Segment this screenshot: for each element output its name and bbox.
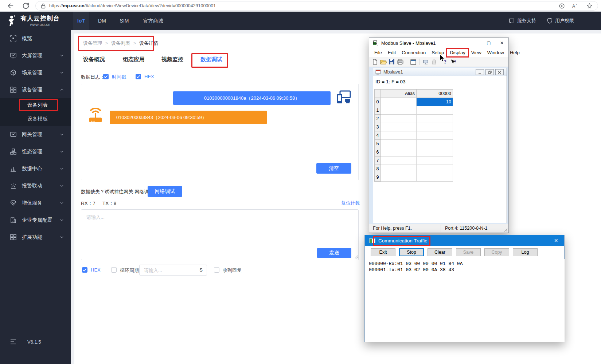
register-cell[interactable] xyxy=(417,165,453,173)
sidebar-item-scada-mgmt[interactable]: 组态管理 xyxy=(0,143,71,160)
sidebar-item-extensions[interactable]: 扩展功能 xyxy=(0,229,71,246)
stop-button[interactable]: Stop xyxy=(399,248,424,256)
address-bar[interactable]: https://mp.usr.cn/#/cloud/device/ViewDev… xyxy=(35,1,598,11)
alias-cell[interactable] xyxy=(381,115,417,123)
menu-help[interactable]: Help xyxy=(507,50,523,55)
alias-cell[interactable] xyxy=(381,140,417,148)
breadcrumb-device-mgmt[interactable]: 设备管理 xyxy=(83,40,102,47)
alias-cell[interactable] xyxy=(381,123,417,131)
sidebar-item-data-center[interactable]: 数据中心 xyxy=(0,160,71,177)
menu-display[interactable]: Display xyxy=(447,50,468,55)
nav-tab-sim[interactable]: SIM xyxy=(117,12,132,30)
cycle-checkbox[interactable] xyxy=(111,267,117,273)
doc-restore-button[interactable] xyxy=(485,69,494,75)
tab-device-overview[interactable]: 设备概况 xyxy=(83,56,105,63)
alias-cell[interactable] xyxy=(381,98,417,106)
hex-log-label[interactable]: HEX xyxy=(144,74,154,79)
sidebar-item-scene-mgmt[interactable]: 场景管理 xyxy=(0,64,71,81)
support-link[interactable]: 服务支持 xyxy=(509,17,536,24)
tracking-prevention-icon[interactable] xyxy=(559,3,565,9)
toolbar-context-help-icon[interactable]: ? xyxy=(450,59,457,65)
nav-tab-iot[interactable]: IoT xyxy=(73,12,89,30)
cycle-input[interactable] xyxy=(140,265,194,275)
copy-button[interactable]: Copy xyxy=(484,248,509,256)
register-cell[interactable] xyxy=(417,131,453,140)
register-cell[interactable] xyxy=(417,115,453,123)
toolbar-new-icon[interactable] xyxy=(372,59,378,65)
sidebar-item-device-list[interactable]: 设备列表 xyxy=(0,98,71,112)
maximize-button[interactable]: ▢ xyxy=(482,38,495,48)
sidebar-item-device-template[interactable]: 设备模板 xyxy=(0,112,71,126)
traffic-titlebar[interactable]: Communication Traffic ✕ xyxy=(365,235,564,246)
alias-cell[interactable] xyxy=(381,106,417,115)
resize-grip-icon[interactable] xyxy=(354,254,358,259)
doc-minimize-button[interactable] xyxy=(476,69,484,75)
close-button[interactable]: ✕ xyxy=(495,38,508,48)
timestamp-checkbox[interactable] xyxy=(103,74,109,79)
minimize-button[interactable]: – xyxy=(469,38,482,48)
hex-send-checkbox[interactable] xyxy=(82,267,87,273)
log-button[interactable]: Log xyxy=(513,248,538,256)
sidebar-item-screen-mgmt[interactable]: 大屏管理 xyxy=(0,47,71,64)
toolbar-connect-icon[interactable] xyxy=(423,59,429,65)
breadcrumb-device-list[interactable]: 设备列表 xyxy=(111,40,130,47)
send-button[interactable]: 发送 xyxy=(317,248,351,258)
cycle-label[interactable]: 循环周期 xyxy=(120,267,139,274)
nav-tab-mall[interactable]: 官方商城 xyxy=(139,12,167,30)
toolbar-display-icon[interactable] xyxy=(410,59,416,65)
doc-close-button[interactable] xyxy=(495,69,504,75)
toolbar-open-icon[interactable] xyxy=(380,59,387,65)
nav-tab-dm[interactable]: DM xyxy=(95,12,109,30)
menu-file[interactable]: File xyxy=(371,50,385,55)
collapse-sidebar-icon[interactable] xyxy=(10,339,16,344)
register-cell[interactable] xyxy=(417,157,453,165)
register-cell-selected[interactable]: 10 xyxy=(417,98,453,106)
save-button[interactable]: Save xyxy=(456,248,481,256)
alias-cell[interactable] xyxy=(381,157,417,165)
sidebar-item-alarm[interactable]: 报警联动 xyxy=(0,177,71,194)
sidebar-item-enterprise[interactable]: 企业专属配置 xyxy=(0,211,71,229)
alias-cell[interactable] xyxy=(381,148,417,157)
timestamp-label[interactable]: 时间戳 xyxy=(112,74,126,80)
read-aloud-icon[interactable]: Aˆ xyxy=(572,3,579,9)
window-resize-grip-icon[interactable] xyxy=(504,228,508,232)
favorites-star-icon[interactable] xyxy=(586,3,593,9)
reset-count-link[interactable]: 复位计数 xyxy=(341,200,360,206)
modbus-titlebar[interactable]: Modbus Slave - Mbslave1 – ▢ ✕ xyxy=(369,38,508,48)
tab-data-debug[interactable]: 数据调试 xyxy=(200,56,222,63)
refresh-icon[interactable] xyxy=(22,2,30,10)
toolbar-save-icon[interactable] xyxy=(389,59,395,65)
alias-cell[interactable] xyxy=(381,131,417,140)
doc-titlebar[interactable]: Mbslave1 xyxy=(373,68,507,76)
sidebar-item-gateway-mgmt[interactable]: 网关管理 xyxy=(0,126,71,143)
traffic-close-button[interactable]: ✕ xyxy=(548,235,564,246)
menu-window[interactable]: Window xyxy=(484,50,507,55)
exit-button[interactable]: Exit xyxy=(371,248,395,256)
reply-checkbox[interactable] xyxy=(214,267,219,273)
sidebar-item-overview[interactable]: 概览 xyxy=(0,30,71,47)
reply-label[interactable]: 收到回复 xyxy=(223,267,242,274)
menu-view[interactable]: View xyxy=(468,50,484,55)
back-icon[interactable] xyxy=(7,2,15,10)
hex-send-label[interactable]: HEX xyxy=(91,267,101,273)
register-cell[interactable] xyxy=(417,140,453,148)
toolbar-poll-icon[interactable] xyxy=(432,59,437,65)
sidebar-item-device-mgmt[interactable]: 设备管理 xyxy=(0,81,71,98)
clear-traffic-button[interactable]: Clear xyxy=(428,248,452,256)
menu-connection[interactable]: Connection xyxy=(399,50,429,55)
tab-video-monitor[interactable]: 视频监控 xyxy=(161,56,183,63)
hex-log-checkbox[interactable] xyxy=(136,74,141,79)
alias-cell[interactable] xyxy=(381,165,417,173)
register-cell[interactable] xyxy=(417,148,453,157)
menu-edit[interactable]: Edit xyxy=(385,50,399,55)
alias-cell[interactable] xyxy=(381,173,417,182)
sidebar-item-value-added[interactable]: 增值服务 xyxy=(0,194,71,211)
register-cell[interactable] xyxy=(417,123,453,131)
tab-scada-app[interactable]: 组态应用 xyxy=(123,56,145,63)
toolbar-print-icon[interactable] xyxy=(397,59,403,65)
permissions-link[interactable]: 用户权限 xyxy=(547,17,574,24)
register-cell[interactable] xyxy=(417,173,453,182)
register-cell[interactable] xyxy=(417,106,453,115)
network-debug-button[interactable]: 网络调试 xyxy=(148,186,182,197)
clear-button[interactable]: 清空 xyxy=(316,163,351,174)
